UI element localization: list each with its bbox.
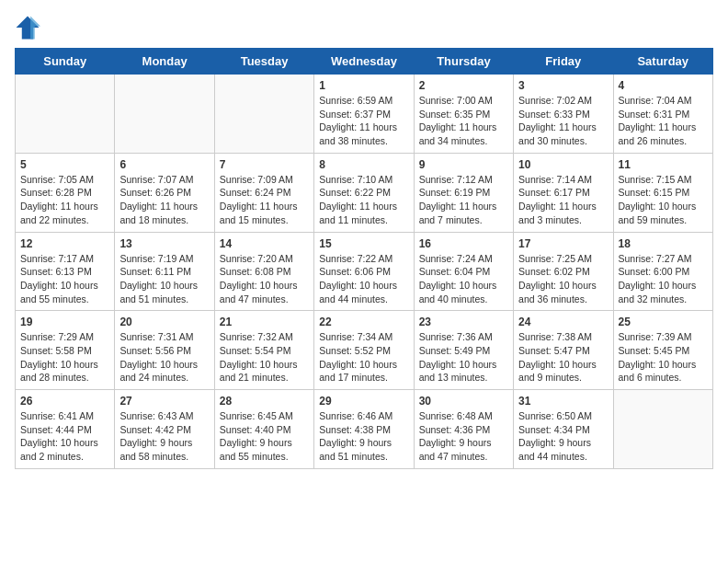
day-number: 2 <box>419 79 508 92</box>
calendar-cell: 20Sunrise: 7:31 AM Sunset: 5:56 PM Dayli… <box>115 311 214 390</box>
day-info: Sunrise: 7:09 AM Sunset: 6:24 PM Dayligh… <box>220 173 309 227</box>
day-number: 31 <box>518 395 608 408</box>
day-info: Sunrise: 6:59 AM Sunset: 6:37 PM Dayligh… <box>319 94 408 148</box>
day-info: Sunrise: 7:38 AM Sunset: 5:47 PM Dayligh… <box>518 330 608 385</box>
day-header-sunday: Sunday <box>16 49 115 75</box>
calendar-cell: 31Sunrise: 6:50 AM Sunset: 4:34 PM Dayli… <box>514 390 613 469</box>
calendar-table: SundayMondayTuesdayWednesdayThursdayFrid… <box>15 48 713 469</box>
day-info: Sunrise: 7:22 AM Sunset: 6:06 PM Dayligh… <box>319 252 408 306</box>
day-info: Sunrise: 7:17 AM Sunset: 6:13 PM Dayligh… <box>20 252 109 306</box>
day-info: Sunrise: 7:10 AM Sunset: 6:22 PM Dayligh… <box>319 173 408 227</box>
day-info: Sunrise: 7:24 AM Sunset: 6:04 PM Dayligh… <box>419 252 508 306</box>
calendar-week-row: 19Sunrise: 7:29 AM Sunset: 5:58 PM Dayli… <box>16 311 713 390</box>
day-number: 19 <box>20 316 109 328</box>
calendar-cell: 29Sunrise: 6:46 AM Sunset: 4:38 PM Dayli… <box>314 390 414 469</box>
calendar-cell <box>115 75 214 154</box>
day-header-monday: Monday <box>115 49 214 75</box>
calendar-cell: 6Sunrise: 7:07 AM Sunset: 6:26 PM Daylig… <box>115 153 214 232</box>
calendar-cell: 17Sunrise: 7:25 AM Sunset: 6:02 PM Dayli… <box>514 232 613 311</box>
day-info: Sunrise: 7:19 AM Sunset: 6:11 PM Dayligh… <box>119 252 209 306</box>
day-info: Sunrise: 7:07 AM Sunset: 6:26 PM Dayligh… <box>119 173 209 227</box>
day-info: Sunrise: 7:04 AM Sunset: 6:31 PM Dayligh… <box>619 94 708 148</box>
day-header-friday: Friday <box>514 49 613 75</box>
day-number: 12 <box>20 237 109 250</box>
day-number: 16 <box>419 237 508 250</box>
day-header-wednesday: Wednesday <box>314 49 414 75</box>
calendar-cell: 25Sunrise: 7:39 AM Sunset: 5:45 PM Dayli… <box>613 311 712 390</box>
calendar-cell: 10Sunrise: 7:14 AM Sunset: 6:17 PM Dayli… <box>514 153 613 232</box>
day-info: Sunrise: 7:27 AM Sunset: 6:00 PM Dayligh… <box>619 252 708 306</box>
day-number: 21 <box>220 316 309 328</box>
day-number: 27 <box>119 395 209 408</box>
day-info: Sunrise: 6:46 AM Sunset: 4:38 PM Dayligh… <box>319 409 408 464</box>
day-info: Sunrise: 6:48 AM Sunset: 4:36 PM Dayligh… <box>419 409 508 464</box>
calendar-cell: 18Sunrise: 7:27 AM Sunset: 6:00 PM Dayli… <box>613 232 712 311</box>
calendar-cell: 13Sunrise: 7:19 AM Sunset: 6:11 PM Dayli… <box>115 232 214 311</box>
calendar-cell: 24Sunrise: 7:38 AM Sunset: 5:47 PM Dayli… <box>514 311 613 390</box>
day-number: 11 <box>619 158 708 171</box>
day-info: Sunrise: 7:39 AM Sunset: 5:45 PM Dayligh… <box>619 330 708 385</box>
day-number: 30 <box>419 395 508 408</box>
day-info: Sunrise: 7:02 AM Sunset: 6:33 PM Dayligh… <box>518 94 608 148</box>
calendar-cell: 19Sunrise: 7:29 AM Sunset: 5:58 PM Dayli… <box>16 311 115 390</box>
calendar-header-row: SundayMondayTuesdayWednesdayThursdayFrid… <box>16 49 713 75</box>
day-header-tuesday: Tuesday <box>214 49 313 75</box>
calendar-cell: 9Sunrise: 7:12 AM Sunset: 6:19 PM Daylig… <box>414 153 513 232</box>
calendar-cell: 1Sunrise: 6:59 AM Sunset: 6:37 PM Daylig… <box>314 75 414 154</box>
calendar-cell: 16Sunrise: 7:24 AM Sunset: 6:04 PM Dayli… <box>414 232 513 311</box>
day-number: 4 <box>619 79 708 92</box>
day-number: 24 <box>518 316 608 328</box>
calendar-week-row: 12Sunrise: 7:17 AM Sunset: 6:13 PM Dayli… <box>16 232 713 311</box>
calendar-cell: 22Sunrise: 7:34 AM Sunset: 5:52 PM Dayli… <box>314 311 414 390</box>
day-number: 26 <box>20 395 109 408</box>
day-number: 20 <box>119 316 209 328</box>
calendar-week-row: 26Sunrise: 6:41 AM Sunset: 4:44 PM Dayli… <box>16 390 713 469</box>
calendar-cell: 12Sunrise: 7:17 AM Sunset: 6:13 PM Dayli… <box>16 232 115 311</box>
day-info: Sunrise: 7:12 AM Sunset: 6:19 PM Dayligh… <box>419 173 508 227</box>
day-info: Sunrise: 7:20 AM Sunset: 6:08 PM Dayligh… <box>220 252 309 306</box>
day-info: Sunrise: 7:25 AM Sunset: 6:02 PM Dayligh… <box>518 252 608 306</box>
day-number: 23 <box>419 316 508 328</box>
day-info: Sunrise: 7:31 AM Sunset: 5:56 PM Dayligh… <box>119 330 209 385</box>
calendar-cell <box>214 75 313 154</box>
calendar-cell: 30Sunrise: 6:48 AM Sunset: 4:36 PM Dayli… <box>414 390 513 469</box>
day-info: Sunrise: 6:41 AM Sunset: 4:44 PM Dayligh… <box>20 409 109 464</box>
calendar-cell: 28Sunrise: 6:45 AM Sunset: 4:40 PM Dayli… <box>214 390 313 469</box>
day-info: Sunrise: 7:34 AM Sunset: 5:52 PM Dayligh… <box>319 330 408 385</box>
day-number: 3 <box>518 79 608 92</box>
calendar-cell: 8Sunrise: 7:10 AM Sunset: 6:22 PM Daylig… <box>314 153 414 232</box>
calendar-cell: 15Sunrise: 7:22 AM Sunset: 6:06 PM Dayli… <box>314 232 414 311</box>
day-number: 18 <box>619 237 708 250</box>
calendar-cell <box>613 390 712 469</box>
day-info: Sunrise: 7:36 AM Sunset: 5:49 PM Dayligh… <box>419 330 508 385</box>
day-info: Sunrise: 6:43 AM Sunset: 4:42 PM Dayligh… <box>119 409 209 464</box>
day-number: 7 <box>220 158 309 171</box>
calendar-cell: 21Sunrise: 7:32 AM Sunset: 5:54 PM Dayli… <box>214 311 313 390</box>
day-info: Sunrise: 7:14 AM Sunset: 6:17 PM Dayligh… <box>518 173 608 227</box>
day-info: Sunrise: 6:50 AM Sunset: 4:34 PM Dayligh… <box>518 409 608 464</box>
day-header-saturday: Saturday <box>613 49 712 75</box>
calendar-cell: 4Sunrise: 7:04 AM Sunset: 6:31 PM Daylig… <box>613 75 712 154</box>
day-number: 13 <box>119 237 209 250</box>
day-header-thursday: Thursday <box>414 49 513 75</box>
day-number: 22 <box>319 316 408 328</box>
day-info: Sunrise: 7:00 AM Sunset: 6:35 PM Dayligh… <box>419 94 508 148</box>
calendar-week-row: 5Sunrise: 7:05 AM Sunset: 6:28 PM Daylig… <box>16 153 713 232</box>
logo-icon <box>15 15 40 40</box>
calendar-week-row: 1Sunrise: 6:59 AM Sunset: 6:37 PM Daylig… <box>16 75 713 154</box>
day-info: Sunrise: 6:45 AM Sunset: 4:40 PM Dayligh… <box>220 409 309 464</box>
calendar-cell: 11Sunrise: 7:15 AM Sunset: 6:15 PM Dayli… <box>613 153 712 232</box>
day-number: 29 <box>319 395 408 408</box>
calendar-cell: 7Sunrise: 7:09 AM Sunset: 6:24 PM Daylig… <box>214 153 313 232</box>
day-number: 17 <box>518 237 608 250</box>
day-number: 8 <box>319 158 408 171</box>
calendar-cell: 26Sunrise: 6:41 AM Sunset: 4:44 PM Dayli… <box>16 390 115 469</box>
day-number: 6 <box>119 158 209 171</box>
page-header <box>15 15 713 40</box>
day-number: 25 <box>619 316 708 328</box>
day-info: Sunrise: 7:05 AM Sunset: 6:28 PM Dayligh… <box>20 173 109 227</box>
calendar-cell: 27Sunrise: 6:43 AM Sunset: 4:42 PM Dayli… <box>115 390 214 469</box>
calendar-cell: 2Sunrise: 7:00 AM Sunset: 6:35 PM Daylig… <box>414 75 513 154</box>
day-number: 1 <box>319 79 408 92</box>
day-number: 9 <box>419 158 508 171</box>
